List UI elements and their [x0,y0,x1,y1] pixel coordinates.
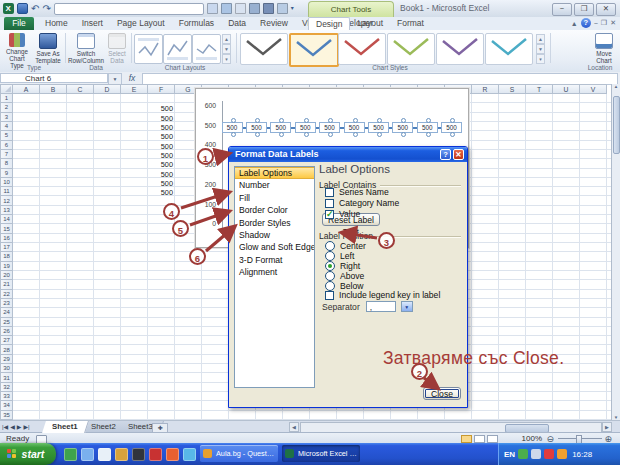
chart-style-thumbnail[interactable] [436,33,484,65]
quick-launch-icon[interactable] [149,448,162,461]
column-header-d[interactable]: D [94,84,121,94]
above-radio[interactable] [325,271,335,281]
column-header-u[interactable]: U [553,84,580,94]
close-button[interactable]: ✕ [596,3,616,16]
row-header-3[interactable]: 3 [0,113,13,122]
scroll-right-icon[interactable]: ▶ [602,422,612,432]
qat-icon[interactable] [207,3,218,14]
dialog-nav-glow-and-soft-edges[interactable]: Glow and Soft Edges [235,241,314,253]
minimize-button[interactable]: − [552,3,572,16]
quick-launch-icon[interactable] [183,448,196,461]
row-header-6[interactable]: 6 [0,141,13,150]
tab-layout[interactable]: Layout [350,17,390,30]
position-right[interactable]: Right [325,261,360,271]
column-header-c[interactable]: C [67,84,94,94]
column-header-a[interactable]: A [13,84,40,94]
scroll-left-icon[interactable]: ◀ [289,422,299,432]
separator-dropdown-icon[interactable]: ▼ [401,301,413,312]
vertical-scroll-thumb[interactable] [613,96,620,154]
row-header-16[interactable]: 16 [0,234,13,243]
row-header-5[interactable]: 5 [0,131,13,140]
chart-data-label[interactable]: 500 [441,122,462,133]
row-header-14[interactable]: 14 [0,215,13,224]
chart-styles-scroll[interactable]: ▲▼▾ [536,34,545,64]
row-header-15[interactable]: 15 [0,224,13,233]
left-radio[interactable] [325,251,335,261]
include-legend-key-option[interactable]: Include legend key in label [325,290,440,300]
first-sheet-icon[interactable]: |◀ [2,422,8,432]
row-header-12[interactable]: 12 [0,196,13,205]
option-category-name[interactable]: Category Name [325,198,399,208]
dialog-nav-number[interactable]: Number [235,179,314,191]
insert-function-icon[interactable]: fx [124,73,140,83]
move-chart-button[interactable]: Move Chart [590,32,618,64]
value-checkbox[interactable] [325,210,334,219]
language-indicator[interactable]: EN [504,450,515,459]
chart-style-thumbnail[interactable] [289,33,339,67]
chart-data-label[interactable]: 500 [368,122,389,133]
column-header-r[interactable]: R [472,84,499,94]
row-header-25[interactable]: 25 [0,318,13,327]
chart-data-label[interactable]: 500 [246,122,267,133]
row-header-34[interactable]: 34 [0,401,13,410]
row-header-8[interactable]: 8 [0,159,13,168]
category-name-checkbox[interactable] [325,199,334,208]
row-header-27[interactable]: 27 [0,336,13,345]
help-icon[interactable]: ? [581,18,591,28]
qat-icon[interactable] [221,3,232,14]
chart-layout-thumbnail[interactable] [192,34,221,64]
chart-data-label[interactable]: 500 [392,122,413,133]
position-left[interactable]: Left [325,251,354,261]
dialog-nav-fill[interactable]: Fill [235,192,314,204]
tab-formulas[interactable]: Formulas [172,17,221,30]
row-header-29[interactable]: 29 [0,355,13,364]
chart-style-thumbnail[interactable] [387,33,435,65]
quick-launch-icon[interactable] [115,448,128,461]
quick-launch-icon[interactable] [98,448,111,461]
printer-icon[interactable] [263,3,274,14]
select-data-button[interactable]: Select Data [105,32,129,64]
row-header-35[interactable]: 35 [0,411,13,420]
row-header-10[interactable]: 10 [0,178,13,187]
qat-dropdown-icon[interactable]: ▾ [291,3,294,14]
last-sheet-icon[interactable]: ▶| [23,422,29,432]
normal-view-icon[interactable] [461,435,472,443]
position-below[interactable]: Below [325,281,363,291]
tray-icon[interactable] [531,449,541,459]
page-layout-view-icon[interactable] [474,435,485,443]
row-header-11[interactable]: 11 [0,187,13,196]
center-radio[interactable] [325,241,335,251]
chart-style-thumbnail[interactable] [485,33,533,65]
quick-launch-icon[interactable] [166,448,179,461]
column-header-t[interactable]: T [526,84,553,94]
column-header-v[interactable]: V [580,84,607,94]
column-header-s[interactable]: S [499,84,526,94]
tab-file[interactable]: File [4,17,34,30]
tab-format[interactable]: Format [390,17,431,30]
start-button[interactable]: start [0,443,56,465]
row-header-28[interactable]: 28 [0,345,13,354]
qat-icon[interactable] [235,3,246,14]
qat-icon[interactable] [249,3,260,14]
quick-launch-icon[interactable] [64,448,77,461]
row-header-21[interactable]: 21 [0,280,13,289]
row-header-24[interactable]: 24 [0,308,13,317]
quick-launch-icon[interactable] [81,448,94,461]
row-header-17[interactable]: 17 [0,243,13,252]
include-legend-checkbox[interactable] [325,291,334,300]
tab-page-layout[interactable]: Page Layout [110,17,172,30]
row-header-18[interactable]: 18 [0,252,13,261]
taskbar-window-0[interactable]: Aula.bg - Question - ... [200,445,278,462]
dialog-close-icon[interactable]: ✕ [453,149,464,160]
tab-design[interactable]: Design [308,17,350,30]
chart-data-label[interactable]: 500 [270,122,291,133]
chart-data-label[interactable]: 500 [319,122,340,133]
chart-data-label[interactable]: 500 [222,122,243,133]
change-chart-type-button[interactable]: Change Chart Type [2,32,32,64]
sheet-nav-buttons[interactable]: |◀ ◀ ▶ ▶| [2,422,30,432]
sheet-tab-sheet1[interactable]: Sheet1 [42,421,88,433]
vertical-scrollbar[interactable]: ▲▼ [611,84,620,420]
tab-insert[interactable]: Insert [75,17,110,30]
chart-data-label[interactable]: 500 [344,122,365,133]
taskbar-window-1[interactable]: Microsoft Excel - Book1 [282,445,360,462]
